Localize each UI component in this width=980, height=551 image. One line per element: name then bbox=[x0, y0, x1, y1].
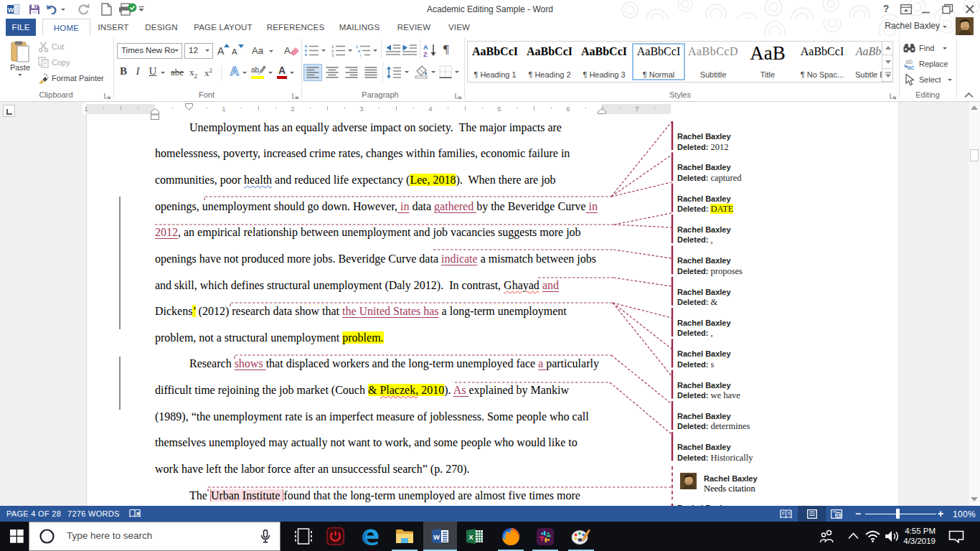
strikethrough-button[interactable]: abe bbox=[171, 67, 188, 80]
revision-balloon[interactable]: Rachel BaxleyDeleted: Historically bbox=[677, 442, 892, 463]
document-line[interactable]: problem, not a structural unemployment p… bbox=[155, 331, 384, 344]
microphone-icon[interactable] bbox=[260, 529, 270, 544]
document-line[interactable]: Unemployment has an equally adverse impa… bbox=[189, 121, 562, 134]
find-button[interactable]: Find bbox=[903, 42, 953, 55]
ruler-right-indent-marker[interactable] bbox=[598, 108, 606, 114]
align-right-button[interactable] bbox=[343, 65, 360, 80]
ruler-left-indent-marker[interactable] bbox=[151, 108, 159, 120]
text-highlight-caret[interactable] bbox=[268, 72, 273, 74]
text-effects-button[interactable]: A bbox=[227, 65, 242, 80]
revision-balloon[interactable]: Rachel BaxleyDeleted: we have bbox=[677, 380, 892, 401]
account-avatar[interactable] bbox=[956, 17, 974, 35]
zoom-out-button[interactable]: − bbox=[855, 508, 861, 519]
vertical-scrollbar[interactable] bbox=[968, 102, 980, 506]
document-line[interactable]: communities, poor health and reduced lif… bbox=[155, 173, 556, 187]
style-heading-2[interactable]: AaBbCcI¶ Heading 2 bbox=[522, 42, 577, 81]
format-painter-button[interactable]: Format Painter bbox=[38, 72, 117, 85]
paint-button[interactable] bbox=[564, 522, 598, 551]
zoom-slider-track[interactable] bbox=[865, 514, 936, 515]
document-line[interactable]: openings, unemployment should go down. H… bbox=[155, 199, 598, 213]
decrease-indent-button[interactable] bbox=[385, 44, 401, 58]
clear-formatting-button[interactable]: A bbox=[284, 44, 300, 58]
superscript-button[interactable]: x2 bbox=[204, 67, 217, 80]
minimize-button[interactable] bbox=[921, 4, 931, 14]
align-left-button[interactable] bbox=[304, 65, 321, 80]
tray-chevron-icon[interactable] bbox=[848, 532, 859, 540]
document-line[interactable]: Dickens’ (2012) research data show that … bbox=[155, 304, 567, 318]
multilevel-list-button[interactable]: 1ai bbox=[356, 44, 373, 58]
zoom-in-button[interactable]: + bbox=[938, 508, 943, 519]
scrollbar-thumb[interactable] bbox=[970, 149, 979, 161]
font-color-caret[interactable] bbox=[290, 72, 294, 74]
show-hide-pilcrow-button[interactable]: ¶ bbox=[443, 42, 456, 58]
document-line[interactable]: themselves unemployed may actually not w… bbox=[155, 435, 578, 449]
borders-caret[interactable] bbox=[455, 71, 459, 73]
font-name-combobox[interactable]: Times New Ro bbox=[117, 43, 182, 59]
tab-design[interactable]: DESIGN bbox=[141, 19, 182, 36]
align-center-button[interactable] bbox=[324, 65, 341, 80]
document-line[interactable]: work have left the labor force after an … bbox=[155, 462, 469, 476]
revision-balloon[interactable]: Rachel BaxleyDeleted: s bbox=[677, 349, 892, 369]
shading-button[interactable] bbox=[413, 65, 430, 80]
tray-clock[interactable]: 4:55 PM 4/3/2019 bbox=[898, 526, 936, 546]
increase-indent-button[interactable] bbox=[402, 44, 418, 58]
style-subtitle[interactable]: AaBbCcDSubtitle bbox=[686, 42, 740, 81]
italic-button[interactable]: I bbox=[133, 65, 142, 80]
subscript-button[interactable]: x2 bbox=[189, 67, 202, 80]
task-view-button[interactable] bbox=[286, 522, 321, 551]
paragraph-dialog-launcher[interactable] bbox=[455, 93, 462, 100]
styles-scroll-down-button[interactable] bbox=[882, 55, 893, 69]
tab-view[interactable]: VIEW bbox=[440, 19, 478, 36]
scroll-down-arrow[interactable] bbox=[971, 496, 978, 501]
help-button[interactable]: ? bbox=[876, 0, 896, 17]
zoom-slider-thumb[interactable] bbox=[896, 509, 900, 519]
word-taskbar-button-active[interactable]: W bbox=[423, 522, 457, 551]
styles-more-button[interactable] bbox=[882, 69, 893, 82]
font-size-combobox[interactable]: 12 bbox=[184, 43, 213, 59]
wifi-icon[interactable] bbox=[865, 530, 880, 542]
clipboard-dialog-launcher[interactable] bbox=[104, 93, 111, 100]
line-spacing-caret[interactable] bbox=[405, 71, 409, 73]
excel-taskbar-button[interactable]: X bbox=[458, 522, 492, 551]
close-button[interactable] bbox=[965, 4, 975, 14]
select-button[interactable]: Select bbox=[903, 74, 961, 87]
text-effects-caret[interactable] bbox=[242, 72, 247, 74]
numbering-button[interactable]: 123 bbox=[331, 44, 348, 58]
style-heading-3[interactable]: AaBbCcI¶ Heading 3 bbox=[577, 42, 631, 81]
start-button[interactable] bbox=[10, 529, 24, 543]
shrink-font-button[interactable]: A bbox=[231, 44, 244, 58]
ribbon-display-options-button[interactable] bbox=[900, 4, 912, 14]
scroll-up-arrow[interactable] bbox=[971, 105, 978, 110]
document-line[interactable]: difficult time rejoining the job market … bbox=[155, 383, 569, 397]
ruler-first-line-indent-marker[interactable] bbox=[185, 103, 193, 110]
style-no-spac[interactable]: AaBbCcI¶ No Spac... bbox=[795, 42, 849, 81]
multilevel-caret[interactable] bbox=[373, 50, 377, 52]
underline-caret[interactable] bbox=[161, 72, 165, 74]
account-dropdown-caret[interactable] bbox=[943, 26, 947, 30]
paste-button[interactable]: Paste bbox=[5, 39, 35, 88]
tab-page-layout[interactable]: PAGE LAYOUT bbox=[188, 19, 258, 36]
revision-balloon[interactable]: Rachel BaxleyDeleted: 2012 bbox=[677, 131, 892, 152]
collapse-ribbon-button[interactable] bbox=[964, 92, 974, 98]
account-name[interactable]: Rachel Baxley bbox=[885, 21, 940, 31]
text-highlight-button[interactable]: ab bbox=[251, 65, 267, 80]
style-heading-1[interactable]: AaBbCcI¶ Heading 1 bbox=[468, 42, 522, 81]
slack-button[interactable] bbox=[528, 522, 562, 551]
document-line[interactable]: openings have not produced more jobs. Be… bbox=[155, 252, 596, 265]
copy-button[interactable]: Copy bbox=[38, 57, 110, 69]
tab-home[interactable]: HOME bbox=[42, 19, 90, 36]
justify-button[interactable] bbox=[362, 65, 380, 80]
document-line[interactable]: (1989), “the unemployment rate is an imp… bbox=[155, 410, 589, 423]
document-line[interactable]: The Urban Institute found that the long-… bbox=[189, 489, 580, 502]
document-line[interactable]: and skill, which defines structural unem… bbox=[155, 278, 559, 292]
font-color-button[interactable]: A bbox=[277, 65, 288, 80]
change-case-button[interactable]: Aa bbox=[252, 44, 273, 58]
page-indicator[interactable]: PAGE 4 OF 28 bbox=[6, 509, 61, 518]
tab-references[interactable]: REFERENCES bbox=[264, 19, 327, 36]
word-count[interactable]: 7276 WORDS bbox=[67, 509, 120, 518]
style-title[interactable]: AaBTitle bbox=[740, 42, 795, 81]
font-dialog-launcher[interactable] bbox=[292, 93, 299, 100]
zoom-level[interactable]: 100% bbox=[953, 509, 976, 519]
web-layout-button[interactable] bbox=[831, 509, 842, 519]
people-icon[interactable] bbox=[819, 529, 835, 543]
